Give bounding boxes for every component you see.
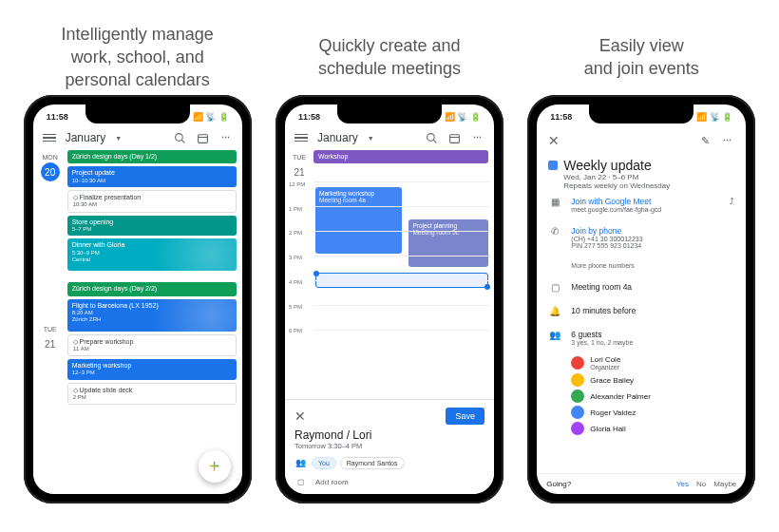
bell-icon: 🔔 [548, 306, 561, 316]
agenda-event[interactable]: Flight to Barcelona (LX 1952)8:20 AM Zür… [67, 299, 237, 332]
join-phone-link[interactable]: Join by phone [571, 226, 642, 236]
room-icon: ▢ [548, 282, 561, 293]
today-icon[interactable] [448, 131, 462, 144]
going-label: Going? [546, 480, 571, 488]
chevron-down-icon[interactable]: ▼ [115, 135, 122, 142]
hamburger-icon[interactable] [43, 134, 56, 142]
avatar [571, 373, 584, 387]
hamburger-icon[interactable] [294, 134, 308, 142]
phone-number: (CH) +41 30 300012233 [571, 236, 642, 242]
rsvp-no[interactable]: No [696, 480, 706, 488]
event-time[interactable]: Tomorrow 3:30–4 PM [294, 442, 484, 450]
guest-row[interactable]: Roger Valdez [571, 406, 734, 419]
overflow-icon[interactable]: ⋯ [721, 134, 734, 147]
chip-you[interactable]: You [312, 457, 336, 469]
caption-3: Easily view and join events [584, 19, 699, 95]
share-icon[interactable]: ⤴ [730, 197, 734, 206]
agenda-event[interactable]: ◇ Update slide deck2 PM [67, 383, 237, 406]
guest-summary: 3 yes, 1 no, 2 maybe [571, 339, 633, 346]
agenda-event[interactable]: Dinner with Gloria5:30–9 PM Central [67, 238, 237, 271]
edit-icon[interactable]: ✎ [701, 135, 710, 147]
phone-mockup-3: 11:58 📶 📡 🔋 ✕ ✎ ⋯ Weekly update Wed, Jan… [527, 95, 755, 504]
caption-1: Intelligently manage work, school, and p… [62, 19, 214, 95]
avatar [571, 390, 584, 403]
more-numbers-link[interactable]: More phone numbers [571, 262, 635, 269]
agenda-event[interactable]: ◇ Prepare workshop11 AM [67, 334, 237, 357]
reminder-value[interactable]: 10 minutes before [571, 306, 636, 315]
event-list: Zürich design days (Day 1/2)Project upda… [67, 150, 242, 494]
guest-row[interactable]: Alexander Palmer [571, 390, 734, 403]
event-date: Wed, Jan 22 · 5–6 PM [563, 173, 734, 181]
clock: 11:58 [298, 112, 320, 122]
avatar [571, 422, 584, 435]
close-icon[interactable]: ✕ [294, 408, 306, 424]
agenda-event[interactable]: Store opening5–7 PM [67, 216, 237, 237]
month-label[interactable]: January [317, 131, 358, 144]
month-label[interactable]: January [66, 131, 106, 144]
search-icon[interactable] [426, 131, 439, 144]
allday-event[interactable]: Workshop [314, 150, 488, 163]
calendar-color-icon [548, 161, 558, 170]
chevron-down-icon[interactable]: ▼ [368, 135, 374, 142]
clock: 11:58 [550, 112, 572, 122]
svg-line-5 [434, 140, 437, 142]
event-block[interactable]: Marketing workshop Meeting room 4a [315, 187, 402, 254]
status-icons: 📶 📡 🔋 [696, 112, 732, 122]
agenda-event[interactable]: ◇ Finalize presentation10:30 AM [67, 190, 237, 213]
caption-2: Quickly create and schedule meetings [318, 19, 461, 95]
hour-label: 12 PM [285, 181, 314, 206]
day-number[interactable]: 21 [41, 334, 60, 353]
day-label: TUE [44, 326, 57, 332]
avatar [571, 406, 584, 419]
save-button[interactable]: Save [446, 408, 484, 425]
phone-pin: PIN 277 555 923 01234 [571, 242, 642, 249]
svg-line-1 [181, 140, 184, 142]
rsvp-yes[interactable]: Yes [676, 480, 689, 488]
status-icons: 📶 📡 🔋 [445, 112, 481, 122]
guest-row[interactable]: Grace Bailey [571, 373, 734, 387]
today-icon[interactable] [197, 131, 210, 144]
app-header: January ▼ ⋯ [285, 125, 494, 150]
overflow-icon[interactable]: ⋯ [219, 131, 233, 144]
agenda-event[interactable]: Zürich design days (Day 1/2) [67, 150, 237, 163]
add-room-link[interactable]: Add room [315, 478, 349, 486]
phone-icon: ✆ [548, 226, 561, 237]
create-fab[interactable]: + [199, 450, 231, 483]
agenda-event[interactable]: Marketing workshop12–3 PM [67, 359, 237, 380]
svg-point-4 [428, 133, 435, 141]
phone-mockup-2: 11:58 📶 📡 🔋 January ▼ ⋯ TUE 21 [276, 95, 504, 504]
avatar [571, 356, 584, 370]
status-icons: 📶 📡 🔋 [193, 112, 229, 122]
svg-point-0 [176, 133, 183, 141]
agenda-event[interactable]: Zürich design days (Day 2/2) [67, 282, 237, 295]
search-icon[interactable] [174, 131, 187, 144]
day-label: TUE [293, 154, 306, 161]
guest-row[interactable]: Gloria Hall [571, 422, 734, 435]
event-recurrence: Repeats weekly on Wednesday [563, 181, 734, 190]
meet-icon: ▦ [548, 197, 561, 207]
day-number-selected[interactable]: 20 [41, 162, 60, 181]
guest-count: 6 guests [571, 330, 633, 339]
hour-label: 2 PM [285, 230, 314, 255]
quick-create-sheet: ✕ Save Raymond / Lori Tomorrow 3:30–4 PM… [285, 399, 494, 494]
rsvp-maybe[interactable]: Maybe [713, 480, 736, 488]
room-name: Meeting room 4a [571, 282, 632, 292]
hour-label: 1 PM [285, 206, 314, 231]
hour-label: 3 PM [285, 255, 314, 279]
join-meet-link[interactable]: Join with Google Meet [571, 197, 661, 206]
chip-guest[interactable]: Raymond Santos [340, 457, 405, 469]
day-label: MON [42, 154, 57, 161]
event-title: Weekly update [548, 158, 734, 173]
meet-url: meet.google.com/fae-fgha-gcd [571, 206, 661, 213]
people-icon: 👥 [548, 330, 561, 340]
phone-mockup-1: 11:58 📶 📡 🔋 January ▼ ⋯ MON 20 [24, 95, 252, 504]
overflow-icon[interactable]: ⋯ [471, 131, 484, 144]
event-title-input[interactable]: Raymond / Lori [294, 428, 484, 442]
event-block[interactable]: Project planning Meeting room 5c [408, 219, 488, 267]
day-number[interactable]: 21 [290, 162, 309, 181]
agenda-event[interactable]: Project update10–10:30 AM [67, 166, 237, 187]
guest-row[interactable]: Lori ColeOrganizer [571, 355, 734, 370]
close-icon[interactable]: ✕ [548, 133, 560, 148]
room-icon: ▢ [294, 475, 308, 488]
hour-label: 4 PM [285, 279, 314, 304]
